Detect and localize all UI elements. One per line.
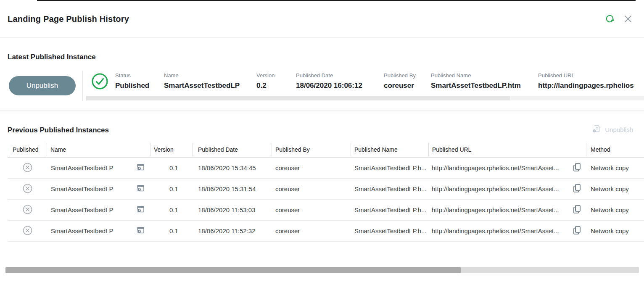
row-name: SmartAssetTestbedLP: [51, 164, 113, 171]
unpublish-disabled-label: Unpublish: [605, 126, 633, 133]
publish-history-modal: Landing Page Publish History Latest Publ…: [0, 0, 644, 287]
field-name: Name SmartAssetTestbedLP: [164, 72, 256, 90]
col-published-url[interactable]: Published URL: [429, 143, 586, 156]
field-status: Status Published: [115, 72, 164, 90]
col-method[interactable]: Method: [586, 143, 644, 156]
field-published-date: Published Date 18/06/2020 16:06:12: [296, 72, 384, 90]
latest-horizontal-scrollbar[interactable]: [86, 96, 644, 100]
page-clock-icon: [136, 205, 145, 215]
unpublish-row-icon[interactable]: [23, 163, 32, 174]
field-published-name: Published Name SmartAssetTestbedLP.htm: [431, 72, 538, 90]
latest-fields: Status Published Name SmartAssetTestbedL…: [115, 72, 644, 90]
col-published[interactable]: Published: [8, 143, 47, 156]
vertical-divider: [82, 71, 83, 101]
row-published-url: http://landingpages.rphelios.net/SmartAs…: [432, 164, 559, 171]
row-published-name: SmartAssetTestbedLP.h...: [351, 185, 429, 192]
top-edge-line: [37, 0, 636, 1]
published-url-value: http://landingpages.rphelios: [538, 82, 644, 90]
document-minus-icon: [592, 124, 601, 135]
section-divider: [0, 111, 644, 111]
page-clock-icon: [136, 226, 145, 236]
row-published-date: 18/06/2020 15:31:54: [193, 185, 272, 192]
published-name-value: SmartAssetTestbedLP.htm: [431, 82, 538, 90]
row-published-url: http://landingpages.rphelios.net/SmartAs…: [432, 206, 559, 213]
unpublish-row-icon[interactable]: [23, 226, 32, 237]
row-published-date: 18/06/2020 11:53:03: [193, 206, 272, 213]
row-published-date: 18/06/2020 15:34:45: [193, 164, 272, 171]
unpublish-button[interactable]: Unpublish: [9, 76, 76, 95]
col-version[interactable]: Version: [150, 143, 193, 156]
row-published-by: coreuser: [272, 185, 351, 192]
copy-url-icon[interactable]: [573, 205, 581, 215]
header-divider: [0, 37, 644, 38]
unpublish-disabled-button[interactable]: Unpublish: [592, 124, 633, 135]
row-published-date: 18/06/2020 11:52:32: [193, 227, 272, 234]
row-version: 0.1: [150, 164, 193, 171]
version-value: 0.2: [256, 82, 296, 90]
close-icon: [623, 14, 633, 25]
row-method: Network copy: [586, 164, 644, 171]
row-name: SmartAssetTestbedLP: [51, 185, 113, 192]
table-row: SmartAssetTestbedLP 0.1 18/06/2020 11:52…: [8, 221, 644, 242]
refresh-icon: [604, 13, 615, 25]
row-method: Network copy: [586, 206, 644, 213]
previous-section-heading: Previous Published Instances: [8, 126, 109, 134]
table-row: SmartAssetTestbedLP 0.1 18/06/2020 15:31…: [8, 179, 644, 200]
name-value: SmartAssetTestbedLP: [164, 82, 256, 90]
published-check-icon: [91, 73, 108, 90]
copy-url-icon[interactable]: [573, 163, 581, 173]
col-name[interactable]: Name: [47, 143, 150, 156]
status-value: Published: [115, 82, 164, 90]
table-header-row: Published Name Version Published Date Pu…: [8, 142, 644, 158]
row-name: SmartAssetTestbedLP: [51, 206, 113, 213]
published-date-value: 18/06/2020 16:06:12: [296, 82, 384, 90]
row-name: SmartAssetTestbedLP: [51, 227, 113, 234]
page-title: Landing Page Publish History: [8, 14, 129, 24]
page-clock-icon: [136, 184, 145, 194]
table-row: SmartAssetTestbedLP 0.1 18/06/2020 11:53…: [8, 200, 644, 221]
field-published-by: Published By coreuser: [384, 72, 431, 90]
row-method: Network copy: [586, 227, 644, 234]
row-published-name: SmartAssetTestbedLP.h...: [351, 206, 429, 213]
copy-url-icon[interactable]: [573, 184, 581, 194]
row-published-by: coreuser: [272, 227, 351, 234]
latest-instance-row: Unpublish Status Published Name SmartAss…: [0, 71, 644, 104]
row-published-url: http://landingpages.rphelios.net/SmartAs…: [432, 185, 559, 192]
bottom-horizontal-scrollbar[interactable]: [5, 267, 639, 273]
row-published-url: http://landingpages.rphelios.net/SmartAs…: [432, 227, 559, 234]
field-version: Version 0.2: [256, 72, 296, 90]
row-version: 0.1: [150, 206, 193, 213]
copy-url-icon[interactable]: [573, 226, 581, 236]
field-published-url: Published URL http://landingpages.rpheli…: [538, 72, 644, 90]
unpublish-row-icon[interactable]: [23, 205, 32, 216]
col-published-name[interactable]: Published Name: [351, 143, 429, 156]
latest-scrollbar-thumb[interactable]: [86, 96, 510, 100]
published-by-value: coreuser: [384, 82, 431, 90]
col-published-date[interactable]: Published Date: [193, 143, 272, 156]
bottom-scrollbar-thumb[interactable]: [5, 267, 461, 273]
row-published-by: coreuser: [272, 164, 351, 171]
row-version: 0.1: [150, 185, 193, 192]
header-actions: [604, 13, 634, 25]
latest-section-heading: Latest Published Instance: [8, 53, 96, 61]
row-version: 0.1: [150, 227, 193, 234]
unpublish-row-icon[interactable]: [23, 184, 32, 195]
row-published-by: coreuser: [272, 206, 351, 213]
table-row: SmartAssetTestbedLP 0.1 18/06/2020 15:34…: [8, 158, 644, 179]
page-clock-icon: [136, 163, 145, 173]
row-published-name: SmartAssetTestbedLP.h...: [351, 227, 429, 234]
col-published-by[interactable]: Published By: [272, 143, 351, 156]
close-button[interactable]: [622, 13, 634, 25]
refresh-button[interactable]: [604, 13, 615, 25]
row-method: Network copy: [586, 185, 644, 192]
row-published-name: SmartAssetTestbedLP.h...: [351, 164, 429, 171]
previous-instances-table: Published Name Version Published Date Pu…: [8, 142, 644, 242]
